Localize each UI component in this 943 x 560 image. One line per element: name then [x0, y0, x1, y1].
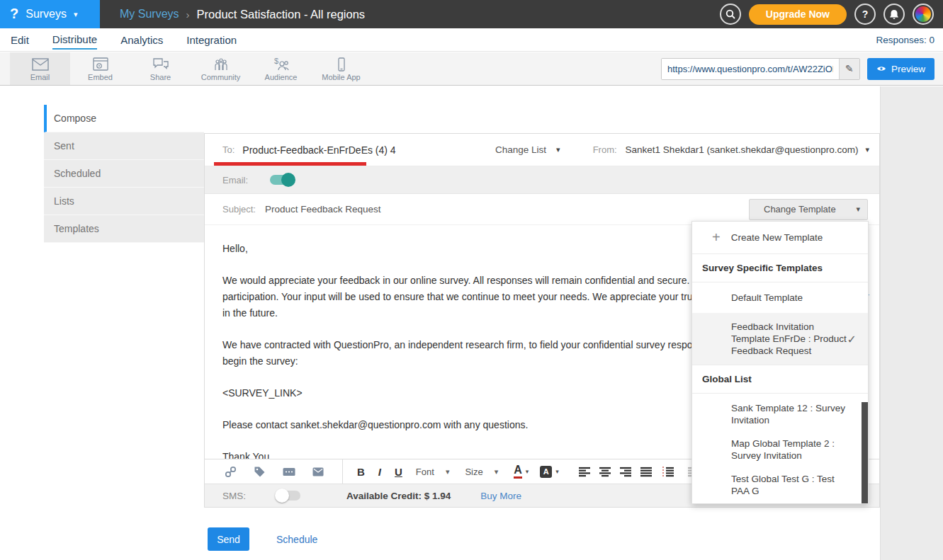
text-color-button[interactable]: A ▾	[514, 464, 529, 479]
pencil-icon: ✎	[845, 63, 854, 74]
subject-label: Subject:	[222, 204, 256, 215]
font-size-select[interactable]: Size ▾	[465, 467, 498, 477]
breadcrumb: My Surveys › Product Satisfaction - All …	[120, 8, 365, 21]
tab-integration[interactable]: Integration	[186, 30, 237, 49]
recipient-underline	[214, 162, 366, 166]
breadcrumb-my-surveys[interactable]: My Surveys	[120, 8, 179, 21]
edit-url-button[interactable]: ✎	[839, 59, 859, 79]
questionpro-logo-icon: ?	[10, 6, 18, 22]
tab-distribute[interactable]: Distribute	[52, 30, 97, 50]
subject-input[interactable]: Product Feedback Request	[265, 204, 381, 215]
from-selector[interactable]: Sanket1 Shekdar1 (sanket.shekdar@questio…	[626, 144, 869, 155]
italic-button[interactable]: I	[378, 466, 381, 478]
help-button[interactable]: ?	[854, 4, 876, 25]
chevron-down-icon: ▾	[446, 468, 450, 476]
tag-icon[interactable]	[254, 466, 266, 478]
tab-analytics[interactable]: Analytics	[120, 30, 163, 49]
align-justify-icon[interactable]	[640, 467, 652, 477]
change-template-button[interactable]: Change Template ▾	[749, 199, 868, 220]
plus-icon: +	[712, 229, 721, 246]
schedule-link[interactable]: Schedule	[276, 534, 317, 545]
link-icon[interactable]	[225, 466, 237, 478]
to-label: To:	[222, 144, 235, 155]
help-icon: ?	[862, 8, 869, 20]
breadcrumb-separator-icon: ›	[186, 8, 190, 21]
channel-tab-share[interactable]: Share	[130, 52, 191, 85]
align-left-icon[interactable]	[579, 467, 590, 477]
tab-edit[interactable]: Edit	[11, 30, 29, 49]
from-label: From:	[593, 144, 617, 155]
top-bar-actions: Upgrade Now ?	[720, 4, 943, 25]
channel-tab-community[interactable]: Community	[191, 52, 251, 85]
template-item-test-global-g[interactable]: Test Global Test G : Test PAA G	[692, 473, 868, 497]
surveys-product-menu[interactable]: ? Surveys ▾	[0, 0, 100, 28]
channel-tab-email[interactable]: Email	[10, 52, 70, 85]
upgrade-now-button[interactable]: Upgrade Now	[749, 4, 847, 25]
global-list-heading: Global List	[692, 365, 868, 394]
chevron-down-icon: ▾	[865, 146, 869, 154]
channel-tab-mobile-app[interactable]: Mobile App	[311, 52, 371, 85]
bell-icon	[889, 9, 899, 20]
email-sidebar: Compose Sent Scheduled Lists Templates	[44, 105, 204, 243]
template-item-feedback-invitation[interactable]: Feedback Invitation Template EnFrDe : Pr…	[692, 313, 868, 365]
survey-nav: Edit Distribute Analytics Integration Re…	[0, 28, 943, 52]
sidebar-item-templates[interactable]: Templates	[44, 215, 204, 243]
survey-url-box: ✎	[661, 58, 860, 80]
survey-url-input[interactable]	[662, 59, 839, 79]
buy-more-link[interactable]: Buy More	[480, 491, 521, 501]
dropdown-scrollbar[interactable]	[862, 402, 868, 503]
chevron-down-icon: ▾	[556, 146, 560, 154]
template-item-map-global-2[interactable]: Map Global Template 2 : Survey Invitatio…	[692, 438, 868, 462]
keyboard-icon[interactable]	[283, 467, 295, 476]
sidebar-item-sent[interactable]: Sent	[44, 132, 204, 160]
email-toggle[interactable]	[270, 175, 294, 185]
notifications-button[interactable]	[883, 4, 905, 25]
highlight-color-button[interactable]: A ▾	[540, 466, 559, 478]
channel-tab-embed[interactable]: Embed	[70, 52, 130, 85]
chevron-down-icon: ▾	[555, 469, 559, 475]
breadcrumb-survey-title: Product Satisfaction - All regions	[197, 8, 366, 21]
template-item-default[interactable]: Default Template	[692, 282, 868, 313]
template-item-sank-12[interactable]: Sank Template 12 : Survey Invitation	[692, 402, 868, 426]
change-list-button[interactable]: Change List ▾	[495, 144, 560, 155]
search-button[interactable]	[720, 4, 741, 25]
chevron-down-icon: ▾	[526, 469, 529, 475]
underline-button[interactable]: U	[395, 466, 402, 478]
change-template-dropdown: + Create New Template Survey Specific Te…	[691, 221, 869, 504]
search-icon	[725, 9, 735, 19]
available-credit: Available Credit: $ 1.94	[346, 491, 451, 501]
align-right-icon[interactable]	[620, 467, 631, 477]
recipient-list-link[interactable]: Product-Feedback-EnFrDeEs (4) 4	[242, 144, 395, 156]
create-new-template-item[interactable]: + Create New Template	[692, 222, 868, 254]
font-family-select[interactable]: Font ▾	[416, 467, 450, 477]
sidebar-item-lists[interactable]: Lists	[44, 188, 204, 215]
inline-mail-icon[interactable]	[312, 467, 324, 476]
preview-button[interactable]: Preview	[867, 58, 934, 80]
audience-icon: $	[272, 57, 290, 72]
global-templates-list: Sank Template 12 : Survey Invitation Map…	[692, 402, 868, 497]
toggle-knob	[281, 173, 295, 187]
sidebar-item-compose[interactable]: Compose	[44, 105, 204, 132]
align-center-icon[interactable]	[599, 467, 611, 477]
send-button[interactable]: Send	[208, 527, 249, 551]
survey-specific-templates-heading: Survey Specific Templates	[692, 254, 868, 282]
surveys-menu-label: Surveys	[26, 8, 67, 21]
account-avatar[interactable]	[913, 4, 934, 25]
chevron-down-icon: ▾	[856, 205, 860, 213]
channel-tabs: Email Embed Share Community	[10, 52, 371, 85]
alignment-group	[579, 467, 696, 477]
distribute-channel-bar: Email Embed Share Community	[0, 52, 943, 86]
email-toggle-row: Email:	[205, 166, 879, 194]
sidebar-item-scheduled[interactable]: Scheduled	[44, 160, 204, 188]
chevron-down-icon: ▾	[74, 11, 78, 18]
channel-tab-audience[interactable]: $ Audience	[251, 52, 311, 85]
bold-button[interactable]: B	[357, 466, 365, 478]
recipient-row: To: Product-Feedback-EnFrDeEs (4) 4 Chan…	[205, 134, 879, 166]
text-color-icon: A	[514, 464, 522, 479]
embed-icon	[92, 57, 109, 72]
sms-toggle[interactable]	[276, 491, 300, 501]
highlight-color-icon: A	[540, 466, 552, 478]
send-actions: Send Schedule	[208, 527, 317, 551]
indent-icon[interactable]	[661, 467, 674, 477]
eye-icon	[876, 64, 886, 73]
